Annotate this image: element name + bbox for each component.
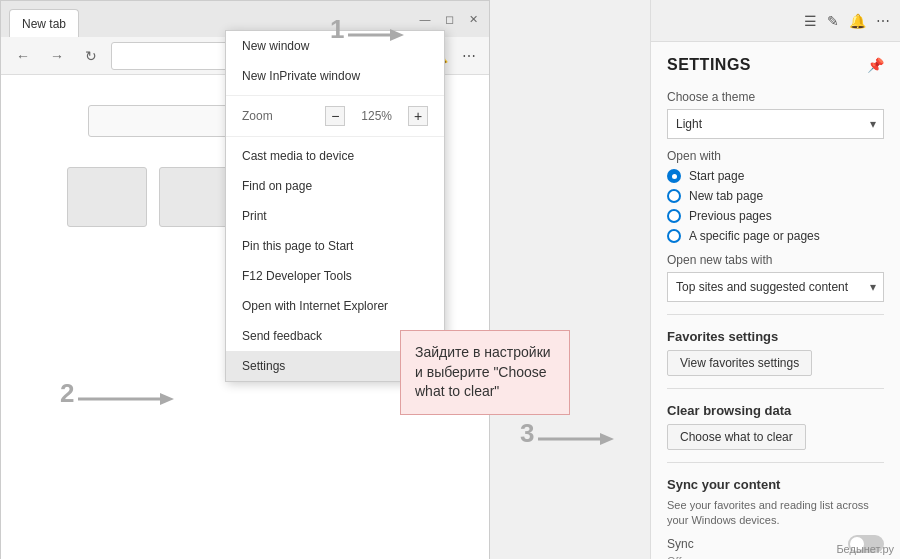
- radio-start-page[interactable]: Start page: [667, 169, 884, 183]
- zoom-out-button[interactable]: −: [325, 106, 345, 126]
- divider-2: [667, 388, 884, 389]
- theme-select[interactable]: Light: [667, 109, 884, 139]
- radio-start-page-indicator: [667, 169, 681, 183]
- back-button[interactable]: ←: [9, 42, 37, 70]
- radio-specific-indicator: [667, 229, 681, 243]
- settings-header: SETTINGS 📌: [651, 42, 900, 80]
- menu-divider-1: [226, 95, 444, 96]
- annotation-box: Зайдите в настройки и выберите "Choose w…: [400, 330, 570, 415]
- more-settings-icon[interactable]: ⋯: [876, 13, 890, 29]
- edit-icon[interactable]: ✎: [827, 13, 839, 29]
- sync-status: Off: [667, 555, 884, 559]
- open-with-label: Open with: [667, 149, 884, 163]
- menu-open-ie[interactable]: Open with Internet Explorer: [226, 291, 444, 321]
- svg-marker-5: [600, 433, 614, 445]
- menu-find[interactable]: Find on page: [226, 171, 444, 201]
- radio-previous-indicator: [667, 209, 681, 223]
- step-3-arrow: [538, 429, 618, 449]
- step-3-label: 3: [520, 418, 618, 449]
- clear-section-title: Clear browsing data: [667, 403, 884, 418]
- watermark: Бедынет.ру: [836, 543, 894, 555]
- new-tabs-label: Open new tabs with: [667, 253, 884, 267]
- step-2-arrow: [78, 389, 178, 409]
- svg-marker-3: [160, 393, 174, 405]
- menu-print[interactable]: Print: [226, 201, 444, 231]
- zoom-row: Zoom − 125% +: [226, 100, 444, 132]
- new-tabs-select-wrapper: Top sites and suggested content: [667, 272, 884, 302]
- divider-1: [667, 314, 884, 315]
- close-button[interactable]: ✕: [465, 11, 481, 27]
- svg-marker-1: [390, 29, 404, 41]
- new-tabs-select[interactable]: Top sites and suggested content: [667, 272, 884, 302]
- forward-button[interactable]: →: [43, 42, 71, 70]
- zoom-in-button[interactable]: +: [408, 106, 428, 126]
- divider-3: [667, 462, 884, 463]
- view-favorites-button[interactable]: View favorites settings: [667, 350, 812, 376]
- menu-pin[interactable]: Pin this page to Start: [226, 231, 444, 261]
- theme-select-wrapper: Light: [667, 109, 884, 139]
- settings-panel: ☰ ✎ 🔔 ⋯ SETTINGS 📌 Choose a theme Light …: [650, 0, 900, 559]
- refresh-button[interactable]: ↻: [77, 42, 105, 70]
- restore-button[interactable]: ◻: [441, 11, 457, 27]
- clear-browsing-button[interactable]: Choose what to clear: [667, 424, 806, 450]
- sync-label: Sync: [667, 537, 694, 551]
- minimize-button[interactable]: —: [417, 11, 433, 27]
- radio-new-tab[interactable]: New tab page: [667, 189, 884, 203]
- more-icon[interactable]: ⋯: [457, 44, 481, 68]
- menu-f12[interactable]: F12 Developer Tools: [226, 261, 444, 291]
- sync-description: See your favorites and reading list acro…: [667, 498, 884, 529]
- browser-tab[interactable]: New tab: [9, 9, 79, 37]
- settings-title-bar: ☰ ✎ 🔔 ⋯: [651, 0, 900, 42]
- theme-label: Choose a theme: [667, 90, 884, 104]
- sync-title: Sync your content: [667, 477, 884, 492]
- radio-new-tab-indicator: [667, 189, 681, 203]
- hamburger-icon[interactable]: ☰: [804, 13, 817, 29]
- title-bar-controls: — ◻ ✕: [417, 11, 481, 27]
- thumb-1: [67, 167, 147, 227]
- menu-divider-2: [226, 136, 444, 137]
- step-1-label: 1: [330, 14, 408, 45]
- favorites-title: Favorites settings: [667, 329, 884, 344]
- menu-cast[interactable]: Cast media to device: [226, 141, 444, 171]
- settings-content: Choose a theme Light Open with Start pag…: [651, 90, 900, 559]
- open-with-radio-group: Start page New tab page Previous pages A…: [667, 169, 884, 243]
- radio-specific-page[interactable]: A specific page or pages: [667, 229, 884, 243]
- settings-pin-icon[interactable]: 📌: [867, 57, 885, 73]
- bell-icon[interactable]: 🔔: [849, 13, 866, 29]
- step-2-label: 2: [60, 378, 178, 409]
- tab-label: New tab: [22, 17, 66, 31]
- radio-previous-pages[interactable]: Previous pages: [667, 209, 884, 223]
- step-1-arrow: [348, 25, 408, 45]
- menu-new-inprivate[interactable]: New InPrivate window: [226, 61, 444, 91]
